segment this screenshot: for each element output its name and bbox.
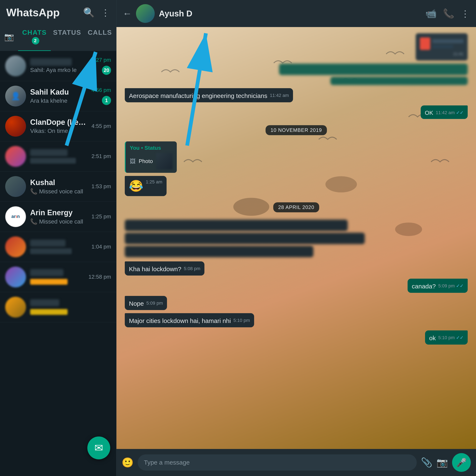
avatar <box>5 116 26 137</box>
chat-meta: 4:55 pm <box>91 123 111 129</box>
voice-call-icon[interactable]: 📞 <box>443 8 454 19</box>
fab-button[interactable]: ✉ <box>87 437 110 459</box>
chat-name <box>30 269 63 276</box>
chat-item[interactable] <box>0 292 116 322</box>
chat-name: Arin Energy <box>30 208 87 217</box>
message-time: 5:10 pm <box>233 317 250 324</box>
chat-list: Sahil: Aya mrko le 5:27 pm 20 👤 Sahil Ka… <box>0 51 116 476</box>
menu-icon[interactable]: ⋮ <box>101 7 110 18</box>
chat-item[interactable]: Sahil: Aya mrko le 5:27 pm 20 <box>0 51 116 81</box>
left-panel: WhatsApp 🔍 ⋮ 📷 CHATS 2 STATUS CALLS <box>0 0 117 476</box>
messages-container[interactable]: 11:41 Aerospace manufacturing engineerin… <box>117 27 476 449</box>
chat-time: 12:58 pm <box>89 274 111 280</box>
mic-icon: 🎤 <box>456 458 467 467</box>
chat-info: Kushal 📞Missed voice call <box>30 178 87 195</box>
status-card-header: You • Status <box>130 145 173 151</box>
chat-info: Arin Energy 📞Missed voice call <box>30 208 87 225</box>
missed-call-icon: 📞 <box>30 188 37 195</box>
emoji-button[interactable]: 🙂 <box>122 457 134 468</box>
chat-preview: Ara kta khelne <box>30 98 87 104</box>
right-panel: ← Ayush D 📹 📞 ⋮ <box>117 0 476 476</box>
tab-calls[interactable]: CALLS <box>84 23 116 51</box>
chat-item[interactable]: 1:04 pm <box>0 232 116 262</box>
message-time: 11:42 am ✓✓ <box>436 110 463 116</box>
attach-button[interactable]: 📎 <box>421 457 432 468</box>
camera-icon[interactable]: 📷 <box>4 32 14 41</box>
chat-info <box>30 299 107 315</box>
message-bubble: 😂 1:25 am <box>125 176 167 196</box>
camera-area[interactable]: 📷 <box>0 23 18 51</box>
tabs-bar: CHATS 2 STATUS CALLS <box>18 23 116 51</box>
date-badge: 28 APRIL 2020 <box>273 202 319 212</box>
message-bubble: Aerospace manufacturing engineering tech… <box>125 88 293 102</box>
status-label: Photo <box>139 158 153 165</box>
chat-preview <box>30 248 72 254</box>
date-badge: 10 NOVEMBER 2019 <box>266 125 327 135</box>
chat-preview <box>30 158 76 164</box>
unread-badge: 20 <box>102 66 111 75</box>
mic-button[interactable]: 🎤 <box>452 453 471 472</box>
chat-name <box>30 58 72 66</box>
message-time: 11:42 am <box>270 92 289 99</box>
tab-status[interactable]: STATUS <box>51 23 83 51</box>
video-call-icon[interactable]: 📹 <box>425 8 437 19</box>
chat-preview: Vikas: On time <box>30 128 87 134</box>
chat-item[interactable]: 12:58 pm <box>0 262 116 292</box>
chat-item[interactable]: 👤 Sahil Kadu Ara kta khelne 4:56 pm 1 <box>0 81 116 111</box>
chat-meta: 2:51 pm <box>91 153 111 159</box>
message-bubble: ok 5:10 pm ✓✓ <box>425 330 468 345</box>
chat-name <box>30 239 66 247</box>
chat-info: Sahil Kadu Ara kta khelne <box>30 88 87 104</box>
back-button[interactable]: ← <box>123 8 132 19</box>
photo-icon: 🖼 <box>130 158 136 165</box>
chat-info <box>30 239 87 254</box>
chat-meta: 5:27 pm 20 <box>91 57 111 75</box>
avatar: arın <box>5 206 26 227</box>
chat-item[interactable]: 2:51 pm <box>0 141 116 171</box>
chat-time: 4:56 pm <box>91 87 111 93</box>
chat-background: 11:41 Aerospace manufacturing engineerin… <box>117 27 476 449</box>
compose-icon: ✉ <box>94 442 103 454</box>
chat-name: Kushal <box>30 178 87 187</box>
chat-preview: 📞Missed voice call <box>30 188 87 195</box>
chat-avatar[interactable] <box>136 4 155 23</box>
tab-chats[interactable]: CHATS 2 <box>18 23 51 51</box>
chat-name <box>30 149 68 156</box>
chat-time: 1:53 pm <box>91 183 111 190</box>
status-thumbnail <box>156 153 173 170</box>
avatar <box>5 267 26 287</box>
chat-time: 1:04 pm <box>91 243 111 250</box>
chat-header: ← Ayush D 📹 📞 ⋮ <box>117 0 476 27</box>
chat-name: ClanDope (LeoWale) <box>30 118 87 127</box>
chats-badge: 2 <box>32 37 39 45</box>
message-bubble: canada? 5:09 pm ✓✓ <box>408 279 468 293</box>
chat-name <box>30 299 59 306</box>
avatar <box>5 55 26 76</box>
chat-info: ClanDope (LeoWale) Vikas: On time <box>30 118 87 134</box>
avatar: 👤 <box>5 86 26 106</box>
chat-meta: 1:25 pm <box>91 213 111 220</box>
message-time: 5:09 pm ✓✓ <box>438 283 463 289</box>
chat-item[interactable]: ClanDope (LeoWale) Vikas: On time 4:55 p… <box>0 111 116 141</box>
message-input[interactable] <box>138 454 417 471</box>
chat-time: 1:25 pm <box>91 213 111 220</box>
header-icons: 🔍 ⋮ <box>83 7 110 18</box>
status-card: You • Status 🖼 Photo <box>125 141 177 173</box>
left-header: WhatsApp 🔍 ⋮ <box>0 0 116 23</box>
chat-item[interactable]: Kushal 📞Missed voice call 1:53 pm <box>0 171 116 202</box>
chat-time: 4:55 pm <box>91 123 111 129</box>
camera-button[interactable]: 📷 <box>437 457 448 468</box>
message-bubble: OK 11:42 am ✓✓ <box>421 105 468 119</box>
more-options-icon[interactable]: ⋮ <box>461 8 470 19</box>
status-card-body: 🖼 Photo <box>130 153 173 170</box>
search-icon[interactable]: 🔍 <box>83 7 95 18</box>
chat-item[interactable]: arın Arin Energy 📞Missed voice call 1:25… <box>0 202 116 232</box>
chat-preview <box>30 309 68 315</box>
chat-contact-name[interactable]: Ayush D <box>159 9 421 18</box>
message-bubble: Nope 5:09 pm <box>125 296 167 310</box>
chat-info: Sahil: Aya mrko le <box>30 58 87 73</box>
chat-name: Sahil Kadu <box>30 88 87 97</box>
chat-time: 2:51 pm <box>91 153 111 159</box>
app-title: WhatsApp <box>6 6 60 19</box>
missed-call-icon: 📞 <box>30 218 37 225</box>
